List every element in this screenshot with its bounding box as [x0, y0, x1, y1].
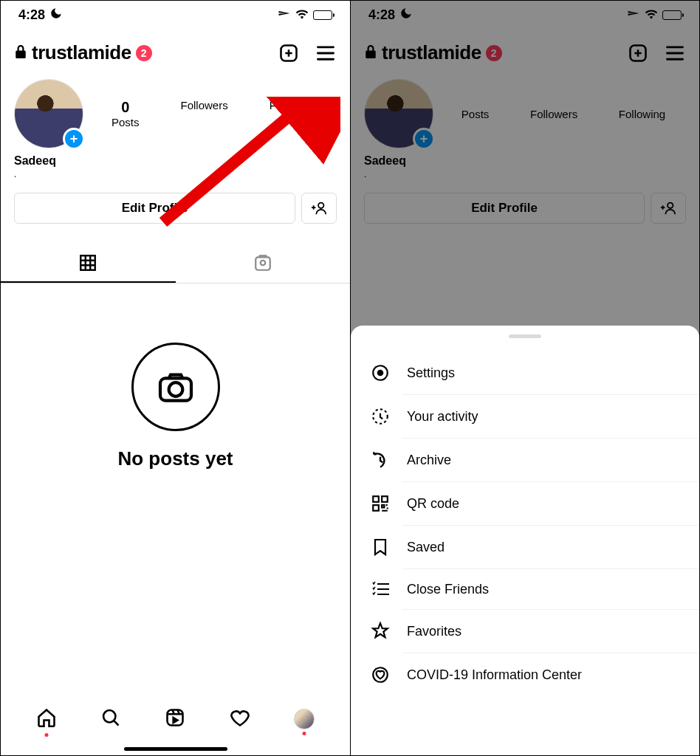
- add-story-button[interactable]: +: [63, 128, 85, 150]
- tagged-tab[interactable]: [176, 244, 351, 283]
- moon-icon: [399, 7, 413, 24]
- edit-profile-button[interactable]: Edit Profile: [14, 193, 295, 224]
- menu-item-favorites[interactable]: Favorites: [351, 610, 699, 653]
- discover-people-button[interactable]: [301, 193, 337, 224]
- airplane-icon: [278, 7, 291, 24]
- nav-home[interactable]: [36, 707, 57, 731]
- moon-icon: [49, 7, 63, 24]
- settings-icon: [370, 363, 391, 382]
- avatar[interactable]: +: [14, 79, 83, 148]
- status-bar: 4:28: [351, 1, 699, 27]
- menu-sheet: SettingsYour activityArchiveQR codeSaved…: [351, 326, 699, 755]
- posts-stat[interactable]: 0 Posts: [111, 99, 140, 128]
- svg-rect-15: [373, 496, 379, 502]
- following-stat[interactable]: Following: [270, 99, 316, 128]
- nav-search[interactable]: [100, 707, 121, 731]
- menu-item-label: QR code: [407, 496, 459, 512]
- svg-rect-3: [81, 255, 96, 270]
- menu-item-label: Close Friends: [407, 582, 489, 597]
- wifi-icon: [295, 7, 309, 23]
- svg-point-13: [378, 371, 383, 376]
- svg-point-8: [103, 710, 115, 722]
- status-time: 4:28: [368, 7, 395, 23]
- svg-point-7: [168, 382, 182, 396]
- activity-icon: [370, 407, 391, 426]
- nav-profile[interactable]: [294, 709, 315, 729]
- svg-rect-16: [382, 496, 388, 502]
- lock-icon: [364, 44, 377, 63]
- empty-text: No posts yet: [117, 447, 233, 470]
- menu-item-label: Favorites: [407, 624, 461, 639]
- phone-right: 4:28 trustlamide 2 + Posts: [350, 1, 699, 755]
- phone-left: 4:28 trustlamide 2: [1, 1, 350, 755]
- menu-item-covid[interactable]: COVID-19 Information Center: [351, 653, 699, 696]
- hamburger-menu-button: [664, 42, 686, 64]
- profile-tabs: [1, 244, 350, 284]
- create-button: [627, 42, 649, 64]
- display-name: Sadeeq: [14, 154, 56, 167]
- svg-rect-17: [373, 505, 379, 511]
- menu-item-label: Settings: [407, 365, 455, 381]
- status-time: 4:28: [18, 7, 45, 23]
- bottom-nav: [1, 696, 350, 755]
- archive-icon: [370, 450, 391, 470]
- svg-point-5: [261, 261, 266, 266]
- nav-activity[interactable]: [230, 707, 250, 731]
- airplane-icon: [627, 7, 640, 24]
- menu-item-qr[interactable]: QR code: [351, 482, 699, 525]
- nav-reels[interactable]: [165, 707, 185, 731]
- menu-item-label: Archive: [407, 453, 451, 468]
- svg-point-2: [318, 203, 323, 208]
- home-indicator: [124, 747, 227, 751]
- followers-stat[interactable]: Followers: [180, 99, 227, 128]
- hamburger-menu-button[interactable]: [315, 42, 337, 64]
- menu-item-activity[interactable]: Your activity: [351, 395, 699, 438]
- favorites-icon: [370, 622, 391, 641]
- status-bar: 4:28: [1, 1, 350, 27]
- saved-icon: [370, 537, 391, 557]
- grid-tab[interactable]: [1, 244, 176, 283]
- menu-item-archive[interactable]: Archive: [351, 439, 699, 481]
- create-button[interactable]: [278, 42, 300, 64]
- sheet-handle[interactable]: [509, 334, 541, 338]
- svg-point-18: [373, 667, 388, 682]
- username[interactable]: trustlamide: [32, 41, 131, 64]
- menu-item-label: Your activity: [407, 409, 478, 425]
- notification-badge: 2: [136, 45, 152, 61]
- close-friends-icon: [370, 581, 391, 597]
- menu-item-saved[interactable]: Saved: [351, 526, 699, 568]
- battery-icon: [662, 10, 682, 20]
- menu-item-label: Saved: [407, 540, 445, 555]
- svg-point-11: [668, 203, 673, 208]
- battery-icon: [313, 10, 332, 20]
- menu-item-close-friends[interactable]: Close Friends: [351, 569, 699, 609]
- svg-rect-4: [255, 257, 270, 269]
- empty-state: No posts yet: [1, 284, 350, 470]
- wifi-icon: [645, 7, 658, 23]
- profile-header: trustlamide 2: [1, 27, 350, 72]
- menu-item-settings[interactable]: Settings: [351, 351, 699, 394]
- covid-icon: [370, 665, 391, 684]
- lock-icon: [14, 44, 27, 63]
- menu-item-label: COVID-19 Information Center: [407, 667, 582, 683]
- qr-icon: [370, 494, 391, 513]
